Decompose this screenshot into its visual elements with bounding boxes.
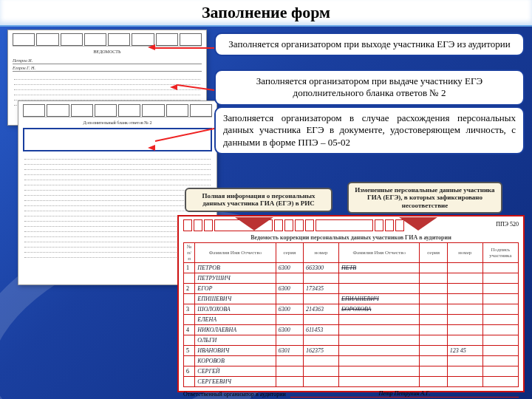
arrow-1 — [155, 47, 217, 49]
page-title: Заполнение форм — [0, 0, 532, 27]
callout-mismatch: Заполняется организатором в случае расхо… — [214, 106, 525, 154]
callout-exit: Заполняется организатором при выходе уча… — [214, 33, 525, 56]
table-row: ЕПИШЕВИЧЕПИАШЕВИЧ — [184, 294, 519, 304]
correction-table: № п/п Фамилия Имя Отчество серия номер Ф… — [183, 242, 519, 387]
arrow-1-head — [148, 44, 155, 50]
correction-form: ППЭ 520 Ведомость коррекции персональных… — [177, 215, 525, 392]
down-arrow-right — [399, 217, 437, 231]
col-label-full-info: Полная информация о персональных данных … — [185, 188, 332, 212]
content-area: Заполняется организатором при выходе уча… — [0, 27, 532, 399]
footer-label: Ответственный организатор в аудитории — [183, 391, 286, 398]
th-fio: Фамилия Имя Отчество — [195, 243, 276, 263]
bf-header-cells: ППЭ 520 — [183, 219, 519, 231]
name-row-1: Петров И. — [13, 57, 202, 64]
table-row: ОЛЬГИ — [184, 335, 519, 346]
arrow-2-head — [170, 84, 177, 90]
table-row: 4НИКОЛАЕВНА6300611453 — [184, 325, 519, 335]
col-label-changed-info: Измененные персональные данные участника… — [347, 182, 502, 214]
sheet1-header — [13, 33, 202, 47]
table-row: ПЕТРУШИЧ — [184, 273, 519, 284]
name-row-2: Егоров Г. Н. — [13, 64, 202, 72]
table-row: 2ЕГОР6300173435 — [184, 284, 519, 294]
bf-title: Ведомость коррекции персональных данных … — [183, 234, 519, 241]
th-ser: серия — [276, 243, 303, 263]
th-sign: Подпись участника — [482, 243, 518, 263]
table-row: 5ИВАНОВИЧ6301162375123 45 — [184, 346, 519, 356]
table-row: КОРОВОВ — [184, 356, 519, 366]
sheet1-title: ВЕДОМОСТЬ — [8, 50, 206, 54]
callout-extra-blank: Заполняется организатором при выдаче уча… — [214, 69, 525, 106]
th-ser2: серия — [420, 243, 447, 263]
sheet2-highlight — [23, 128, 212, 151]
th-num2: номер — [303, 243, 338, 263]
th-num: № п/п — [184, 243, 195, 263]
sheet2-header — [23, 104, 212, 117]
table-row: ЕЛЕНА — [184, 315, 519, 325]
table-row: 6СЕРГЕЙ — [184, 366, 519, 377]
bf-footer: Ответственный организатор в аудитории Пе… — [183, 390, 519, 398]
down-arrow-left — [235, 217, 273, 231]
arrow-3-head — [148, 145, 155, 151]
table-row: СЕРГЕЕВИЧ — [184, 377, 519, 387]
table-row: 3ШОЛОХОВА6300214363БОРОХОВА — [184, 304, 519, 315]
footer-signature: Петр Петрухин А.Г. — [290, 390, 519, 398]
sheet2-title: Дополнительный бланк ответов № 2 — [18, 120, 216, 125]
th-numb2: номер — [447, 243, 482, 263]
th-fio2: Фамилия Имя Отчество — [339, 243, 420, 263]
sheet1-names: Петров И. Егоров Г. Н. — [13, 57, 202, 72]
table-row: 1ПЕТРОВ6300663300ПЕТВ — [184, 263, 519, 273]
